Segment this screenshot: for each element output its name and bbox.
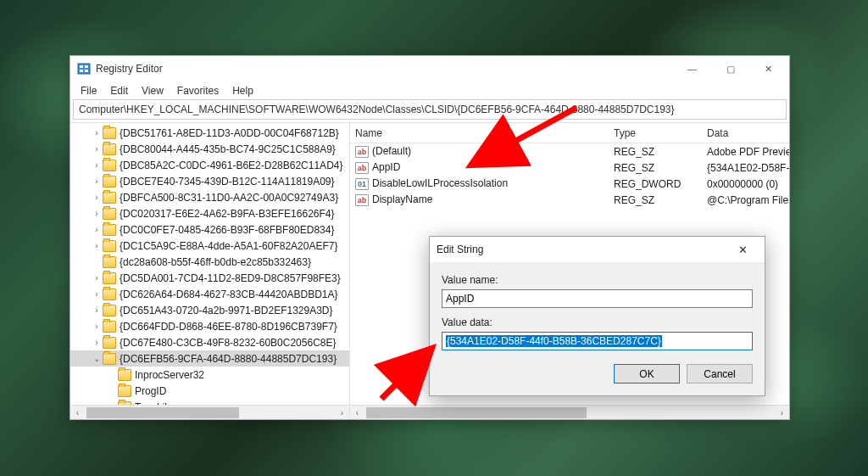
chevron-right-icon[interactable]: › <box>91 289 103 299</box>
tree-item[interactable]: ›{DC1C5A9C-E88A-4dde-A5A1-60F82A20AEF7} <box>70 238 349 254</box>
menu-help[interactable]: Help <box>225 83 260 98</box>
maximize-button[interactable]: ▢ <box>711 57 749 81</box>
chevron-down-icon[interactable]: ⌄ <box>91 354 103 363</box>
tree-pane[interactable]: ›{DBC51761-A8ED-11D3-A0DD-00C04F68712B} … <box>70 123 350 419</box>
list-header[interactable]: Name Type Data <box>350 123 789 143</box>
tree-scroll[interactable]: ›{DBC51761-A8ED-11D3-A0DD-00C04F68712B} … <box>70 123 349 405</box>
tree-item-selected[interactable]: ⌄{DC6EFB56-9CFA-464D-8880-44885D7DC193} <box>70 350 349 367</box>
tree-item[interactable]: ›{DBFCA500-8C31-11D0-AA2C-00A0C92749A3} <box>70 189 349 205</box>
tree-item[interactable]: ›{DBC51761-A8ED-11D3-A0DD-00C04F68712B} <box>70 125 349 141</box>
folder-icon <box>103 176 116 188</box>
folder-icon <box>118 369 131 381</box>
dialog-body: Value name: Value data: {534A1E02-D58F-4… <box>430 262 765 395</box>
folder-icon <box>103 353 116 365</box>
folder-icon <box>103 160 116 171</box>
chevron-right-icon[interactable]: › <box>91 209 103 218</box>
svg-rect-2 <box>85 65 88 68</box>
folder-icon <box>103 240 116 252</box>
value-list: ab(Default) REG_SZ Adobe PDF Preview abA… <box>350 143 789 208</box>
col-header-name[interactable]: Name <box>350 127 609 139</box>
scroll-right-icon[interactable]: › <box>335 408 349 417</box>
chevron-right-icon[interactable]: › <box>91 160 103 170</box>
tree-item[interactable]: ›{DC5DA001-7CD4-11D2-8ED9-D8C857F98FE3} <box>70 270 349 286</box>
scroll-right-icon[interactable]: › <box>775 408 789 417</box>
tree-item[interactable]: ›{DBC80044-A445-435b-BC74-9C25C1C588A9} <box>70 141 349 157</box>
string-value-icon: ab <box>355 194 369 206</box>
dialog-close-button[interactable]: ✕ <box>727 238 758 261</box>
minimize-button[interactable]: — <box>673 57 711 81</box>
folder-icon <box>103 208 116 220</box>
tree-item[interactable]: ›{DC664FDD-D868-46EE-8780-8D196CB739F7} <box>70 318 349 334</box>
folder-icon <box>103 192 116 204</box>
tree-item[interactable]: ›{DC67E480-C3CB-49F8-8232-60B0C2056C8E} <box>70 334 349 350</box>
chevron-right-icon[interactable]: › <box>91 305 103 315</box>
folder-icon <box>103 272 116 284</box>
folder-icon <box>103 127 116 139</box>
tree-item[interactable]: InprocServer32 <box>70 367 349 383</box>
scroll-left-icon[interactable]: ‹ <box>350 408 364 417</box>
tree-item[interactable]: TypeLib <box>70 399 349 405</box>
scrollbar-thumb[interactable] <box>86 407 239 418</box>
menu-file[interactable]: File <box>74 83 103 98</box>
col-header-type[interactable]: Type <box>609 127 702 139</box>
value-row[interactable]: ab(Default) REG_SZ Adobe PDF Preview <box>350 143 789 160</box>
tree-item[interactable]: ›{DBC85A2C-C0DC-4961-B6E2-D28B62C11AD4} <box>70 157 349 173</box>
tree-item[interactable]: ›{DC626A64-D684-4627-83CB-44420ABDBD1A} <box>70 286 349 302</box>
svg-rect-3 <box>80 70 83 72</box>
window-title: Registry Editor <box>96 63 673 75</box>
folder-icon <box>103 288 116 300</box>
col-header-data[interactable]: Data <box>702 127 789 139</box>
chevron-right-icon[interactable]: › <box>91 241 103 250</box>
dialog-title: Edit String <box>437 244 483 255</box>
value-data-field[interactable]: {534A1E02-D58F-44f0-B58B-36CBED287C7C} <box>442 332 753 350</box>
chevron-right-icon[interactable]: › <box>91 322 103 331</box>
chevron-right-icon[interactable]: › <box>91 273 103 283</box>
tree-item[interactable]: ›{DC651A43-0720-4a2b-9971-BD2EF1329A3D} <box>70 302 349 318</box>
chevron-right-icon[interactable]: › <box>91 193 103 202</box>
menu-view[interactable]: View <box>135 83 170 98</box>
folder-icon <box>103 321 116 333</box>
chevron-right-icon[interactable]: › <box>91 338 103 347</box>
value-row[interactable]: abAppID REG_SZ {534A1E02-D58F-44f <box>350 160 789 176</box>
list-hscrollbar[interactable]: ‹ › <box>350 405 789 419</box>
regedit-icon <box>77 62 91 76</box>
window-controls: — ▢ ✕ <box>673 57 787 81</box>
edit-string-dialog[interactable]: Edit String ✕ Value name: Value data: {5… <box>429 236 765 396</box>
svg-rect-4 <box>85 70 88 72</box>
svg-rect-0 <box>78 64 90 74</box>
folder-icon <box>103 224 116 236</box>
value-name-label: Value name: <box>442 274 753 286</box>
dialog-titlebar[interactable]: Edit String ✕ <box>430 237 765 262</box>
chevron-right-icon[interactable]: › <box>91 144 103 154</box>
chevron-right-icon[interactable]: › <box>91 128 103 137</box>
string-value-icon: ab <box>355 162 369 174</box>
value-row[interactable]: 01DisableLowILProcessIsolation REG_DWORD… <box>350 176 789 192</box>
menu-favorites[interactable]: Favorites <box>170 83 225 98</box>
chevron-right-icon[interactable]: › <box>91 176 103 186</box>
cancel-button[interactable]: Cancel <box>687 364 753 384</box>
close-button[interactable]: ✕ <box>749 57 787 81</box>
tree-item[interactable]: {dc28a608-b55f-46ff-b0db-e2c85b332463} <box>70 254 349 270</box>
tree-item[interactable]: ProgID <box>70 383 349 399</box>
titlebar[interactable]: Registry Editor — ▢ ✕ <box>70 56 789 81</box>
dialog-buttons: OK Cancel <box>442 364 753 384</box>
value-row[interactable]: abDisplayName REG_SZ @C:\Program Files (… <box>350 192 789 208</box>
folder-icon <box>103 305 116 316</box>
tree-item[interactable]: ›{DC0C0FE7-0485-4266-B93F-68FBF80ED834} <box>70 221 349 238</box>
address-bar[interactable]: Computer\HKEY_LOCAL_MACHINE\SOFTWARE\WOW… <box>73 99 787 120</box>
tree-item[interactable]: ›{DC020317-E6E2-4A62-B9FA-B3EFE16626F4} <box>70 205 349 221</box>
value-data-selected-text: {534A1E02-D58F-44f0-B58B-36CBED287C7C} <box>446 335 662 347</box>
menu-edit[interactable]: Edit <box>103 83 135 98</box>
folder-icon <box>118 385 131 397</box>
folder-icon <box>103 256 116 268</box>
scrollbar-thumb[interactable] <box>366 407 587 418</box>
scroll-left-icon[interactable]: ‹ <box>70 408 85 417</box>
value-data-label: Value data: <box>442 316 753 328</box>
chevron-right-icon[interactable]: › <box>91 225 103 234</box>
ok-button[interactable]: OK <box>614 364 680 384</box>
folder-icon <box>103 337 116 349</box>
menubar: File Edit View Favorites Help <box>70 81 789 99</box>
tree-hscrollbar[interactable]: ‹ › <box>70 405 349 419</box>
value-name-field[interactable] <box>442 289 753 308</box>
tree-item[interactable]: ›{DBCE7E40-7345-439D-B12C-114A11819A09} <box>70 173 349 189</box>
